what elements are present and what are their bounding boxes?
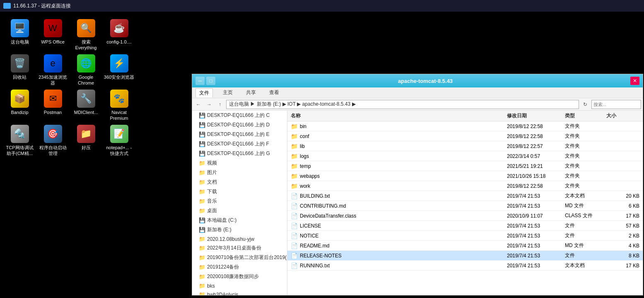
column-header-修改日期[interactable]: 修改日期 (507, 112, 565, 119)
nav-item-2022年3月14日桌面备份[interactable]: 📁2022年3月14日桌面备份 (192, 243, 287, 253)
desktop-icons-grid: 🖥️这台电脑WWPS Office🔍搜索 Everything☕config-1… (0, 12, 191, 298)
computer-label: 这台电脑 (11, 39, 29, 45)
file-row-lib[interactable]: 📁lib2019/8/12 22:57文件夹 (287, 141, 643, 151)
nav-item-DESKTOP-EQ1L666-上的-G[interactable]: 💾DESKTOP-EQ1L666 上的 G (192, 149, 287, 158)
file-row-webapps[interactable]: 📁webapps2021/10/26 15:18文件夹 (287, 171, 643, 181)
360-label: 360安全浏览器 (104, 74, 134, 80)
nav-item-2020.12.08bushu-yjw[interactable]: 📁2020.12.08bushu-yjw (192, 235, 287, 243)
file-modified-cell: 2019/7/4 21:53 (507, 243, 565, 249)
file-list-header: 名称修改日期类型大小 (287, 111, 643, 121)
search-label: 搜索 Everything (70, 39, 101, 51)
file-row-bin[interactable]: 📁bin2019/8/12 22:58文件夹 (287, 121, 643, 131)
nav-item-视频[interactable]: 📁视频 (192, 158, 287, 168)
folder-file-icon: 📁 (291, 183, 298, 189)
nav-item-新加卷-(E:)[interactable]: 💾新加卷 (E:) (192, 225, 287, 235)
nav-item-本地磁盘-(C:)[interactable]: 💾本地磁盘 (C:) (192, 216, 287, 225)
file-row-DeviceDataTransfer.class[interactable]: 📄DeviceDataTransfer.class2020/10/9 11:07… (287, 211, 643, 221)
search-input[interactable] (591, 100, 641, 109)
column-header-名称[interactable]: 名称 (291, 112, 507, 119)
desktop-icon-bandizip[interactable]: 📦Bandizip (4, 86, 35, 121)
desktop-icon-recycle[interactable]: 🗑️回收站 (4, 51, 35, 86)
nav-item-DESKTOP-EQ1L666-上的-E[interactable]: 💾DESKTOP-EQ1L666 上的 E (192, 130, 287, 139)
file-row-RUNNING.txt[interactable]: 📄RUNNING.txt2019/7/4 21:53文本文档17 KB (287, 261, 643, 271)
nav-item-桌面[interactable]: 📁桌面 (192, 206, 287, 216)
ribbon-tab-查看[interactable]: 查看 (266, 88, 282, 97)
file-modified-cell: 2021/10/26 15:18 (507, 173, 565, 179)
file-type-cell: 文件 (565, 252, 606, 259)
file-row-BUILDING.txt[interactable]: 📄BUILDING.txt2019/7/4 21:53文本文档20 KB (287, 191, 643, 201)
desktop-icon-postman[interactable]: ✉Postman (37, 86, 68, 121)
back-button[interactable]: ← (194, 100, 203, 109)
file-name-cell: 📁conf (291, 133, 507, 140)
file-row-CONTRIBUTING.md[interactable]: 📄CONTRIBUTING.md2019/7/4 21:53MD 文件6 KB (287, 201, 643, 211)
desktop-icon-360[interactable]: ⚡360安全浏览器 (104, 51, 135, 86)
folder-nav-icon: 📁 (199, 189, 205, 195)
file-row-work[interactable]: 📁work2019/8/12 22:58文件夹 (287, 181, 643, 191)
desktop-icon-config[interactable]: ☕config-1.0.... (104, 16, 135, 51)
titlebar-minimize-button[interactable]: ─ (195, 77, 205, 85)
nav-item-hwb3DAnlycis[interactable]: 📁hwb3DAnlycis (192, 290, 287, 295)
config-icon: ☕ (110, 19, 128, 37)
file-type-cell: 文件 (565, 232, 606, 239)
desktop-icon-mdi[interactable]: 🔧MDIClient... (70, 86, 101, 121)
file-row-logs[interactable]: 📁logs2022/3/14 0:57文件夹 (287, 151, 643, 161)
file-row-RELEASE-NOTES[interactable]: 📄RELEASE-NOTES2019/7/4 21:53文件8 KB (287, 251, 643, 261)
file-modified-cell: 2022/3/14 0:57 (507, 153, 565, 159)
desktop-icon-haozip[interactable]: 📁好压 (70, 121, 101, 157)
file-row-conf[interactable]: 📁conf2019/8/12 22:58文件夹 (287, 131, 643, 141)
file-name-cell: 📄LICENSE (291, 223, 507, 229)
file-modified-cell: 2019/8/12 22:58 (507, 124, 565, 129)
recycle-icon: 🗑️ (11, 54, 29, 73)
file-size-cell: 6 KB (606, 203, 639, 209)
ribbon-tab-文件[interactable]: 文件 (195, 88, 213, 97)
class-file-icon: 📄 (291, 213, 298, 219)
file-explorer-content: 💾DESKTOP-EQ1L666 上的 C💾DESKTOP-EQ1L666 上的… (192, 111, 643, 295)
file-row-temp[interactable]: 📁temp2021/5/21 19:21文件夹 (287, 161, 643, 171)
refresh-button[interactable]: ↻ (581, 100, 590, 109)
desktop-icon-2345[interactable]: e2345加速浏览器 (37, 51, 68, 86)
desktop-icon-chrome[interactable]: 🌐Google Chrome (70, 51, 101, 86)
nav-item-bks[interactable]: 📁bks (192, 281, 287, 290)
titlebar-maximize-button[interactable]: □ (206, 77, 215, 85)
desktop-icon-search[interactable]: 🔍搜索 Everything (70, 16, 101, 51)
folder-file-icon: 📁 (291, 163, 298, 170)
desktop-icon-computer[interactable]: 🖥️这台电脑 (4, 16, 35, 51)
search-icon: 🔍 (77, 19, 95, 37)
proc-icon: 🎯 (44, 125, 62, 143)
nav-item-20191224备份[interactable]: 📁20191224备份 (192, 262, 287, 272)
ribbon-tab-主页[interactable]: 主页 (219, 88, 236, 97)
forward-button[interactable]: → (205, 100, 214, 109)
desktop-icon-proc[interactable]: 🎯程序自动启动管理 (37, 121, 68, 157)
nav-item-DESKTOP-EQ1L666-上的-F[interactable]: 💾DESKTOP-EQ1L666 上的 F (192, 139, 287, 149)
file-name-cell: 📁lib (291, 143, 507, 150)
txt-file-icon: 📄 (291, 233, 298, 239)
column-header-大小[interactable]: 大小 (606, 112, 639, 119)
nav-item-20190710备份第二次部署后台2019([interactable]: 📁20190710备份第二次部署后台2019( (192, 253, 287, 262)
file-modified-cell: 2019/7/4 21:53 (507, 263, 565, 269)
nav-item-音乐[interactable]: 📁音乐 (192, 196, 287, 206)
desktop-icon-tcp[interactable]: 🔩TCP网络调试助手(CM精... (4, 121, 35, 157)
desktop-icon-wps[interactable]: WWPS Office (37, 16, 68, 51)
up-button[interactable]: ↑ (215, 100, 224, 109)
desktop-icon-navicat[interactable]: 🐾Navicat Premium (104, 86, 135, 121)
address-path[interactable]: 这台电脑 ▶ 新加卷 (E:) ▶ IOT ▶ apache-tomcat-8.… (226, 100, 579, 109)
nav-item-图片[interactable]: 📁图片 (192, 168, 287, 177)
desktop-icon-notepad[interactable]: 📝notepad+... - 快捷方式 (104, 121, 135, 157)
notepad-label: notepad+... - 快捷方式 (104, 145, 135, 157)
nav-item-20200108廉港数据同步[interactable]: 📁20200108廉港数据同步 (192, 272, 287, 281)
file-row-NOTICE[interactable]: 📄NOTICE2019/7/4 21:53文件2 KB (287, 231, 643, 241)
txt-file-icon: 📄 (291, 262, 298, 269)
nav-item-DESKTOP-EQ1L666-上的-C[interactable]: 💾DESKTOP-EQ1L666 上的 C (192, 111, 287, 120)
2345-icon: e (44, 54, 62, 73)
column-header-类型[interactable]: 类型 (565, 112, 606, 119)
config-label: config-1.0.... (106, 39, 132, 45)
nav-item-DESKTOP-EQ1L666-上的-D[interactable]: 💾DESKTOP-EQ1L666 上的 D (192, 120, 287, 130)
ribbon-tab-共享[interactable]: 共享 (243, 88, 259, 97)
file-row-LICENSE[interactable]: 📄LICENSE2019/7/4 21:53文件57 KB (287, 221, 643, 231)
monitor-icon (3, 3, 11, 9)
nav-item-文档[interactable]: 📁文档 (192, 177, 287, 187)
nav-item-下载[interactable]: 📁下载 (192, 187, 287, 196)
file-row-README.md[interactable]: 📄README.md2019/7/4 21:53MD 文件4 KB (287, 241, 643, 251)
titlebar-close-button[interactable]: ✕ (630, 77, 639, 85)
drive-nav-icon: 💾 (199, 217, 205, 223)
